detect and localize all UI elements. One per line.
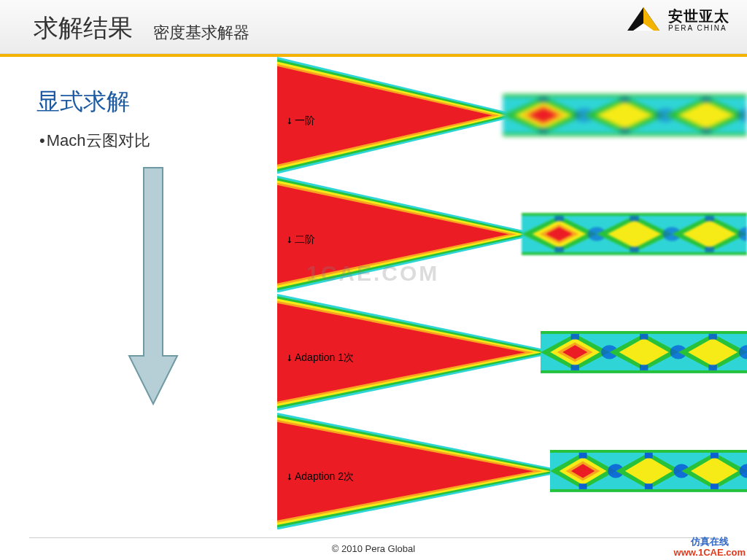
svg-marker-21 [620,128,630,134]
title-main: 求解结果 [34,12,133,45]
brand-sub: PERA CHINA [668,24,729,32]
section-subheading: 显式求解 [36,86,130,118]
svg-rect-84 [550,450,747,453]
contour-panel: 二阶 [277,176,747,295]
svg-marker-95 [644,453,652,459]
svg-marker-75 [708,334,716,340]
svg-rect-35 [522,252,747,255]
channel-contour [541,331,747,373]
arrow-path [129,168,177,404]
pera-logo-icon [626,6,661,35]
svg-marker-41 [554,246,563,252]
svg-marker-16 [538,128,548,134]
svg-marker-90 [578,453,587,459]
footer-rule [29,537,718,538]
footer-copyright: © 2010 Pera Global [0,543,747,554]
svg-marker-40 [554,216,563,222]
channel-contour [503,94,747,136]
svg-rect-59 [541,331,747,334]
corner-wm-zh: 仿真在线 [674,536,746,548]
svg-marker-50 [705,216,713,222]
svg-marker-51 [705,246,713,252]
brand-name: 安世亚太 [668,9,729,24]
svg-rect-85 [550,489,747,492]
contour-stack: 一阶二阶Adaption 1次Adaption 2次 [277,57,747,531]
corner-wm-url: www.1CAE.com [674,547,746,559]
svg-marker-45 [630,216,638,222]
title-sub: 密度基求解器 [153,22,249,44]
svg-marker-26 [701,128,711,134]
channel-contour [550,450,747,492]
svg-rect-9 [503,94,747,97]
slide-header: 求解结果 密度基求解器 安世亚太 PERA CHINA [0,0,747,54]
panel-label: Adaption 1次 [286,351,354,365]
contour-panel: Adaption 1次 [277,294,747,413]
panel-label: 二阶 [286,233,315,246]
panel-label: 一阶 [286,114,315,128]
svg-marker-101 [710,483,718,489]
svg-rect-60 [541,370,747,373]
brand-text: 安世亚太 PERA CHINA [668,9,729,32]
svg-marker-71 [640,365,648,371]
down-arrow-icon [128,166,179,410]
contour-panel: Adaption 2次 [277,413,747,532]
svg-marker-66 [570,365,578,371]
svg-marker-96 [644,483,652,489]
svg-marker-76 [708,365,716,371]
svg-marker-15 [538,97,548,103]
brand-logo: 安世亚太 PERA CHINA [626,6,729,35]
svg-marker-20 [620,97,630,103]
svg-rect-34 [522,213,747,216]
slide-body: 显式求解 Mach云图对比 一阶二阶Adaption 1次Adaption 2次… [0,57,747,531]
red-wedge-icon [277,176,541,293]
svg-marker-91 [578,483,587,489]
svg-marker-25 [701,97,711,103]
svg-marker-100 [710,453,718,459]
svg-marker-70 [640,334,648,340]
svg-rect-10 [503,133,747,136]
panel-label: Adaption 2次 [286,470,354,483]
bullet-text: Mach云图对比 [39,130,150,152]
contour-panel: 一阶 [277,57,747,176]
svg-marker-65 [570,334,578,340]
svg-marker-46 [630,246,638,252]
channel-contour [522,213,747,255]
corner-watermark: 仿真在线 www.1CAE.com [674,536,746,559]
